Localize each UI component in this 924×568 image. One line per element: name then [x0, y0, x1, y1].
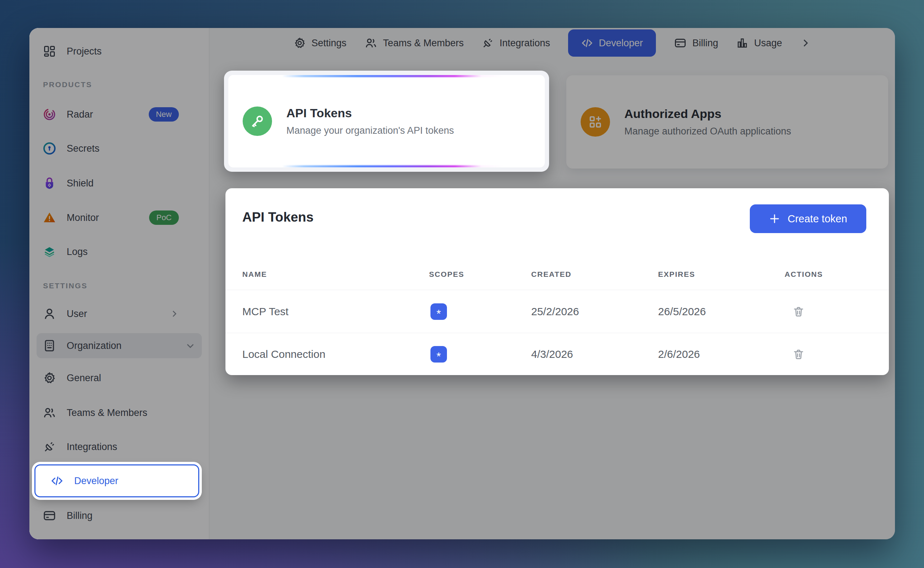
- create-token-button[interactable]: Create token: [750, 204, 866, 233]
- token-created: 4/3/2026: [531, 348, 573, 360]
- create-token-label: Create token: [787, 213, 847, 225]
- token-expires: 26/5/2026: [658, 305, 706, 318]
- scope-badge: *: [430, 346, 447, 363]
- column-header-expires: Expires: [658, 270, 695, 279]
- api-tokens-card-inner: API Tokens Manage your organization's AP…: [228, 75, 545, 168]
- column-header-scopes: Scopes: [429, 270, 464, 279]
- table-row: MCP Test * 25/2/2026 26/5/2026: [225, 290, 889, 333]
- delete-token-button[interactable]: [791, 346, 806, 362]
- token-name: MCP Test: [242, 305, 288, 318]
- scope-badge: *: [430, 304, 447, 320]
- code-icon: [50, 474, 64, 488]
- app-window: Projects PRODUCTS Radar New Secrets: [29, 28, 895, 539]
- background-gradient: Projects PRODUCTS Radar New Secrets: [0, 0, 924, 568]
- card-text: API Tokens Manage your organization's AP…: [286, 106, 454, 136]
- api-tokens-card[interactable]: API Tokens Manage your organization's AP…: [224, 71, 549, 172]
- sidebar-item-label: Developer: [74, 476, 118, 486]
- delete-token-button[interactable]: [791, 304, 806, 319]
- api-tokens-panel: API Tokens Create token Name Scopes Crea…: [225, 188, 889, 375]
- token-created: 25/2/2026: [531, 305, 579, 318]
- plus-icon: [769, 213, 780, 225]
- token-name: Local Connection: [242, 348, 326, 360]
- card-subtitle: Manage your organization's API tokens: [286, 125, 454, 136]
- panel-title: API Tokens: [242, 210, 314, 225]
- table-header-row: Name Scopes Created Expires Actions: [225, 270, 889, 284]
- key-icon: [243, 107, 272, 136]
- sidebar-item-developer[interactable]: Developer: [35, 464, 199, 497]
- card-title: API Tokens: [286, 106, 454, 120]
- table-row: Local Connection * 4/3/2026 2/6/2026: [225, 333, 889, 375]
- token-expires: 2/6/2026: [658, 348, 700, 360]
- column-header-actions: Actions: [785, 270, 823, 279]
- column-header-created: Created: [531, 270, 572, 279]
- column-header-name: Name: [242, 270, 267, 279]
